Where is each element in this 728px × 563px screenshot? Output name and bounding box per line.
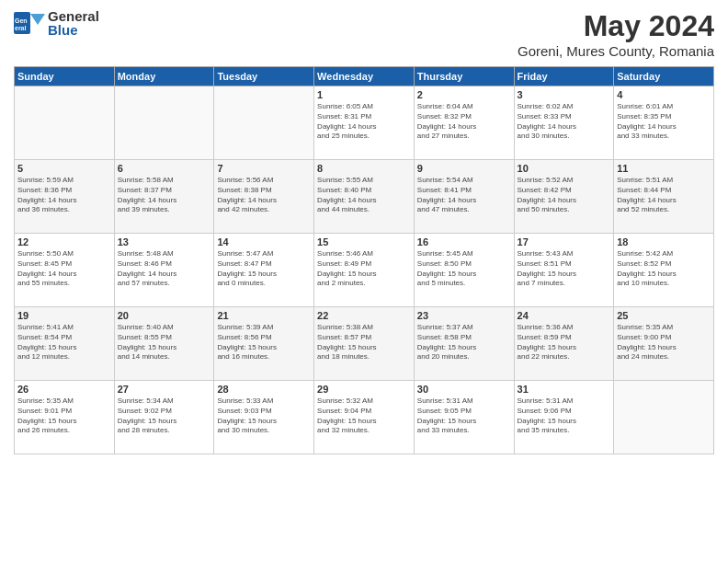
header-day-sunday: Sunday: [15, 67, 115, 86]
calendar-week-4: 19Sunrise: 5:41 AM Sunset: 8:54 PM Dayli…: [15, 307, 714, 381]
calendar-cell: 30Sunrise: 5:31 AM Sunset: 9:05 PM Dayli…: [414, 381, 514, 454]
day-number: 14: [217, 236, 311, 247]
calendar-cell: 29Sunrise: 5:32 AM Sunset: 9:04 PM Dayli…: [314, 381, 415, 454]
day-number: 12: [17, 236, 111, 247]
day-info: Sunrise: 5:51 AM Sunset: 8:44 PM Dayligh…: [617, 176, 711, 215]
calendar-cell: 11Sunrise: 5:51 AM Sunset: 8:44 PM Dayli…: [614, 160, 714, 234]
header: Gen eral General Blue May 2024 Goreni, M…: [14, 9, 714, 59]
day-number: 20: [118, 310, 211, 321]
day-info: Sunrise: 5:54 AM Sunset: 8:41 PM Dayligh…: [417, 176, 511, 215]
day-number: 28: [217, 384, 311, 395]
day-number: 13: [118, 236, 211, 247]
day-number: 4: [617, 89, 711, 100]
day-info: Sunrise: 6:04 AM Sunset: 8:32 PM Dayligh…: [417, 102, 511, 142]
calendar-cell: [614, 381, 714, 454]
header-day-tuesday: Tuesday: [214, 67, 314, 86]
day-info: Sunrise: 6:01 AM Sunset: 8:35 PM Dayligh…: [617, 102, 711, 142]
calendar-week-5: 26Sunrise: 5:35 AM Sunset: 9:01 PM Dayli…: [15, 381, 714, 454]
day-number: 6: [118, 163, 211, 174]
day-number: 31: [518, 384, 611, 395]
day-info: Sunrise: 5:55 AM Sunset: 8:40 PM Dayligh…: [317, 176, 411, 215]
day-info: Sunrise: 5:56 AM Sunset: 8:38 PM Dayligh…: [217, 176, 311, 215]
logo-icon: Gen eral: [14, 10, 45, 36]
calendar-cell: 2Sunrise: 6:04 AM Sunset: 8:32 PM Daylig…: [414, 86, 514, 160]
calendar-cell: 21Sunrise: 5:39 AM Sunset: 8:56 PM Dayli…: [214, 307, 314, 381]
day-info: Sunrise: 5:32 AM Sunset: 9:04 PM Dayligh…: [317, 396, 411, 436]
calendar-cell: 10Sunrise: 5:52 AM Sunset: 8:42 PM Dayli…: [514, 160, 614, 234]
day-info: Sunrise: 5:34 AM Sunset: 9:02 PM Dayligh…: [118, 396, 211, 436]
calendar-cell: 20Sunrise: 5:40 AM Sunset: 8:55 PM Dayli…: [114, 307, 214, 381]
calendar-cell: 13Sunrise: 5:48 AM Sunset: 8:46 PM Dayli…: [114, 234, 214, 307]
day-info: Sunrise: 5:41 AM Sunset: 8:54 PM Dayligh…: [17, 323, 111, 362]
header-day-saturday: Saturday: [614, 67, 714, 86]
day-number: 26: [17, 384, 111, 395]
day-number: 22: [317, 310, 411, 321]
day-info: Sunrise: 5:35 AM Sunset: 9:01 PM Dayligh…: [17, 396, 111, 436]
calendar-cell: 31Sunrise: 5:31 AM Sunset: 9:06 PM Dayli…: [514, 381, 614, 454]
day-info: Sunrise: 5:42 AM Sunset: 8:52 PM Dayligh…: [617, 249, 711, 289]
calendar-cell: [214, 86, 314, 160]
day-info: Sunrise: 5:33 AM Sunset: 9:03 PM Dayligh…: [217, 396, 311, 436]
calendar-week-1: 1Sunrise: 6:05 AM Sunset: 8:31 PM Daylig…: [15, 86, 714, 160]
header-day-thursday: Thursday: [414, 67, 514, 86]
logo-blue-text: Blue: [48, 23, 99, 37]
calendar-cell: 15Sunrise: 5:46 AM Sunset: 8:49 PM Dayli…: [314, 234, 415, 307]
calendar-cell: 8Sunrise: 5:55 AM Sunset: 8:40 PM Daylig…: [314, 160, 415, 234]
calendar-table: SundayMondayTuesdayWednesdayThursdayFrid…: [14, 66, 714, 454]
day-number: 8: [317, 163, 411, 174]
day-number: 9: [417, 163, 511, 174]
day-number: 7: [217, 163, 311, 174]
svg-text:eral: eral: [15, 25, 27, 31]
day-number: 16: [417, 236, 511, 247]
calendar-cell: 6Sunrise: 5:58 AM Sunset: 8:37 PM Daylig…: [114, 160, 214, 234]
day-number: 25: [617, 310, 711, 321]
day-info: Sunrise: 6:05 AM Sunset: 8:31 PM Dayligh…: [317, 102, 411, 142]
calendar-cell: 12Sunrise: 5:50 AM Sunset: 8:45 PM Dayli…: [15, 234, 115, 307]
day-number: 17: [518, 236, 611, 247]
header-day-friday: Friday: [514, 67, 614, 86]
calendar-cell: 9Sunrise: 5:54 AM Sunset: 8:41 PM Daylig…: [414, 160, 514, 234]
day-info: Sunrise: 5:48 AM Sunset: 8:46 PM Dayligh…: [118, 249, 211, 289]
day-info: Sunrise: 5:52 AM Sunset: 8:42 PM Dayligh…: [518, 176, 611, 215]
day-info: Sunrise: 5:31 AM Sunset: 9:05 PM Dayligh…: [417, 396, 511, 436]
logo-general-text: General: [48, 9, 99, 23]
day-info: Sunrise: 5:46 AM Sunset: 8:49 PM Dayligh…: [317, 249, 411, 289]
calendar-cell: 3Sunrise: 6:02 AM Sunset: 8:33 PM Daylig…: [514, 86, 614, 160]
calendar-cell: 1Sunrise: 6:05 AM Sunset: 8:31 PM Daylig…: [314, 86, 415, 160]
logo: Gen eral General Blue: [14, 9, 99, 37]
calendar-cell: 7Sunrise: 5:56 AM Sunset: 8:38 PM Daylig…: [214, 160, 314, 234]
day-number: 24: [518, 310, 611, 321]
calendar-cell: 28Sunrise: 5:33 AM Sunset: 9:03 PM Dayli…: [214, 381, 314, 454]
day-number: 29: [317, 384, 411, 395]
calendar-cell: 27Sunrise: 5:34 AM Sunset: 9:02 PM Dayli…: [114, 381, 214, 454]
day-info: Sunrise: 5:37 AM Sunset: 8:58 PM Dayligh…: [417, 323, 511, 362]
day-number: 11: [617, 163, 711, 174]
calendar-cell: 22Sunrise: 5:38 AM Sunset: 8:57 PM Dayli…: [314, 307, 415, 381]
header-day-monday: Monday: [114, 67, 214, 86]
calendar-cell: 5Sunrise: 5:59 AM Sunset: 8:36 PM Daylig…: [15, 160, 115, 234]
day-number: 2: [417, 89, 511, 100]
svg-text:Gen: Gen: [15, 17, 28, 24]
day-info: Sunrise: 5:59 AM Sunset: 8:36 PM Dayligh…: [17, 176, 111, 215]
header-day-wednesday: Wednesday: [314, 67, 415, 86]
calendar-body: 1Sunrise: 6:05 AM Sunset: 8:31 PM Daylig…: [15, 86, 714, 454]
calendar-cell: [114, 86, 214, 160]
day-number: 23: [417, 310, 511, 321]
day-info: Sunrise: 5:50 AM Sunset: 8:45 PM Dayligh…: [17, 249, 111, 289]
calendar-cell: 16Sunrise: 5:45 AM Sunset: 8:50 PM Dayli…: [414, 234, 514, 307]
day-number: 18: [617, 236, 711, 247]
calendar-week-2: 5Sunrise: 5:59 AM Sunset: 8:36 PM Daylig…: [15, 160, 714, 234]
day-info: Sunrise: 5:35 AM Sunset: 9:00 PM Dayligh…: [617, 323, 711, 362]
day-info: Sunrise: 5:40 AM Sunset: 8:55 PM Dayligh…: [118, 323, 211, 362]
calendar-cell: 25Sunrise: 5:35 AM Sunset: 9:00 PM Dayli…: [614, 307, 714, 381]
day-number: 21: [217, 310, 311, 321]
day-info: Sunrise: 5:43 AM Sunset: 8:51 PM Dayligh…: [518, 249, 611, 289]
day-number: 1: [317, 89, 411, 100]
calendar-cell: 14Sunrise: 5:47 AM Sunset: 8:47 PM Dayli…: [214, 234, 314, 307]
day-info: Sunrise: 5:36 AM Sunset: 8:59 PM Dayligh…: [518, 323, 611, 362]
calendar-cell: 4Sunrise: 6:01 AM Sunset: 8:35 PM Daylig…: [614, 86, 714, 160]
day-info: Sunrise: 5:38 AM Sunset: 8:57 PM Dayligh…: [317, 323, 411, 362]
day-number: 3: [518, 89, 611, 100]
day-info: Sunrise: 5:45 AM Sunset: 8:50 PM Dayligh…: [417, 249, 511, 289]
svg-marker-3: [30, 14, 45, 25]
